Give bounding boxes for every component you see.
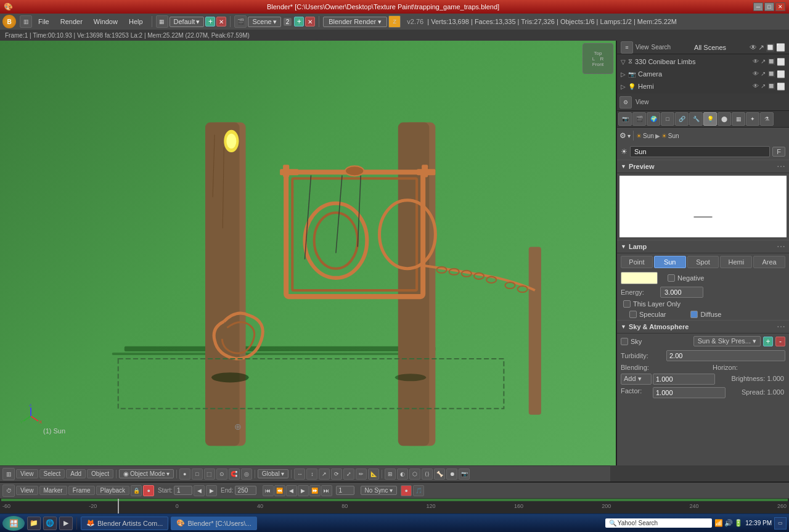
viewport-3d[interactable]: Top LR Front X Y Z (1) Sun ⊕: [0, 41, 616, 465]
factor-field[interactable]: 1.000: [653, 387, 726, 398]
timeline-view-menu[interactable]: View: [16, 486, 38, 495]
fake-user-button[interactable]: F: [772, 147, 785, 157]
outliner-editor-type[interactable]: ≡: [621, 41, 633, 54]
camera-view-button[interactable]: 📷: [459, 469, 470, 480]
add-scene-button[interactable]: +: [294, 17, 304, 27]
playhead[interactable]: [118, 499, 119, 514]
taskbar-firefox-item[interactable]: 🦊 Blender Artists Com...: [81, 517, 168, 530]
window-menu[interactable]: Window: [89, 17, 123, 27]
tab-world[interactable]: 🌍: [647, 112, 660, 126]
lamp-type-sun[interactable]: Sun: [654, 256, 686, 268]
transform-orientation[interactable]: Global ▾: [258, 469, 289, 478]
current-frame-field[interactable]: 1: [336, 486, 354, 495]
outliner-action-2[interactable]: ↗: [758, 43, 764, 52]
prev-frame-button[interactable]: ⏪: [274, 485, 285, 496]
taskbar-media-icon[interactable]: ▶: [59, 517, 73, 530]
add-layout-button[interactable]: +: [205, 17, 215, 27]
outliner-action-3[interactable]: 🔲: [766, 43, 775, 52]
play-forward-button[interactable]: ▶: [298, 485, 309, 496]
lamp-color-swatch[interactable]: [621, 272, 658, 284]
blend-factor-field[interactable]: 1.000: [653, 374, 715, 385]
lamp-type-point[interactable]: Point: [621, 256, 653, 268]
view-label[interactable]: View: [636, 44, 649, 51]
tab-modifiers[interactable]: 🔧: [689, 112, 703, 126]
record-button[interactable]: ⏺: [446, 469, 457, 480]
pose-button[interactable]: 🦴: [434, 469, 445, 480]
shading-wire-button[interactable]: □: [192, 469, 203, 480]
outliner-item-hemi[interactable]: ▷ 💡 Hemi 👁 ↗ 🔲 ⬜: [617, 80, 789, 92]
record-audio-button[interactable]: ●: [401, 485, 412, 496]
view-menu-button[interactable]: View: [16, 469, 38, 478]
object-type-selector[interactable]: ⚙ ▾: [619, 131, 631, 140]
tool-5[interactable]: ⤢: [343, 469, 354, 480]
sky-section-header[interactable]: ▼ Sky & Atmosphere ⋯: [617, 320, 789, 334]
xray-button[interactable]: ⬡: [409, 469, 420, 480]
tool-6[interactable]: ✏: [356, 469, 367, 480]
sky-preset-selector[interactable]: Sun & Sky Pres... ▾: [693, 336, 761, 346]
tab-texture[interactable]: ▦: [732, 112, 745, 126]
select-toggle-conibear[interactable]: ↗: [761, 58, 766, 66]
lamp-type-spot[interactable]: Spot: [687, 256, 719, 268]
maximize-button[interactable]: □: [764, 2, 774, 11]
select-menu-button[interactable]: Select: [39, 469, 65, 478]
visibility-toggle-conibear[interactable]: 👁: [753, 58, 759, 66]
properties-view-label[interactable]: View: [636, 99, 649, 105]
render-toggle-camera[interactable]: 🔲: [767, 70, 775, 78]
overlays-button[interactable]: ◐: [397, 469, 408, 480]
select-toggle-camera[interactable]: ↗: [761, 70, 766, 78]
tab-data[interactable]: 💡: [703, 112, 717, 126]
tool-2[interactable]: ↕: [306, 469, 317, 480]
sky-add-button[interactable]: +: [763, 337, 773, 346]
sky-options[interactable]: ⋯: [777, 322, 785, 332]
timeline-frame-menu[interactable]: Frame: [68, 486, 95, 495]
tool-1[interactable]: ↔: [294, 469, 305, 480]
auto-key-button[interactable]: ●: [143, 485, 154, 496]
extra-toggle-camera[interactable]: ⬜: [777, 70, 785, 78]
sync-audio-button[interactable]: 🎵: [413, 485, 424, 496]
select-toggle-hemi[interactable]: ↗: [761, 83, 766, 91]
start-button[interactable]: 🪟: [2, 516, 25, 531]
negative-checkbox[interactable]: [668, 274, 675, 282]
tab-object[interactable]: □: [661, 112, 674, 126]
diffuse-checkbox[interactable]: [690, 311, 698, 318]
prev-keyframe-start[interactable]: ◀: [194, 485, 205, 496]
shading-solid-button[interactable]: ●: [179, 469, 190, 480]
remove-scene-button[interactable]: ✕: [305, 17, 315, 27]
render-engine-selector[interactable]: Blender Render ▾: [323, 17, 387, 27]
lamp-section-header[interactable]: ▼ Lamp ⋯: [617, 240, 789, 253]
blend-type-selector[interactable]: Add ▾: [621, 374, 652, 385]
tab-constraints[interactable]: 🔗: [675, 112, 689, 126]
object-name-input[interactable]: [630, 146, 770, 157]
extra-toggle-conibear[interactable]: ⬜: [777, 58, 785, 66]
preview-section-header[interactable]: ▼ Preview ⋯: [617, 160, 789, 173]
lamp-type-hemi[interactable]: Hemi: [720, 256, 752, 268]
end-frame-field[interactable]: 250: [235, 486, 256, 495]
search-label[interactable]: Search: [652, 44, 671, 51]
outliner-item-camera[interactable]: ▷ 📷 Camera 👁 ↗ 🔲 ⬜: [617, 68, 789, 80]
timeline-marker-menu[interactable]: Marker: [39, 486, 67, 495]
tool-3[interactable]: ↗: [319, 469, 330, 480]
outliner-action-1[interactable]: 👁: [750, 43, 757, 52]
timeline-ruler[interactable]: -60 -20 0 40 80 120 160 200 240 260: [0, 499, 789, 514]
editor-type-button[interactable]: ▥: [20, 15, 32, 28]
tab-render[interactable]: 📷: [618, 112, 632, 126]
timeline-editor-type[interactable]: ⏱: [2, 485, 15, 497]
lamp-options[interactable]: ⋯: [777, 242, 785, 252]
lamp-type-area[interactable]: Area: [753, 256, 785, 268]
extra-toggle-hemi[interactable]: ⬜: [777, 83, 785, 91]
tab-particles[interactable]: ✦: [746, 112, 759, 126]
add-menu-button[interactable]: Add: [66, 469, 86, 478]
shading-tex-button[interactable]: ⬚: [204, 469, 215, 480]
tab-material[interactable]: ⬤: [717, 112, 731, 126]
remove-layout-button[interactable]: ✕: [216, 17, 226, 27]
taskbar-blender-item[interactable]: 🎨 Blender* [C:\Users\...: [171, 517, 256, 530]
play-back-button[interactable]: ◀: [286, 485, 297, 496]
sky-checkbox[interactable]: [621, 338, 628, 345]
outliner-action-4[interactable]: ⬜: [776, 43, 785, 52]
tool-4[interactable]: ⟳: [331, 469, 342, 480]
navigation-cube[interactable]: Top LR Front: [583, 43, 613, 74]
transform-button[interactable]: ⟨⟩: [422, 469, 433, 480]
grid-button[interactable]: ⊞: [385, 469, 396, 480]
jump-end-button[interactable]: ⏭: [321, 485, 332, 496]
help-menu[interactable]: Help: [124, 17, 148, 27]
